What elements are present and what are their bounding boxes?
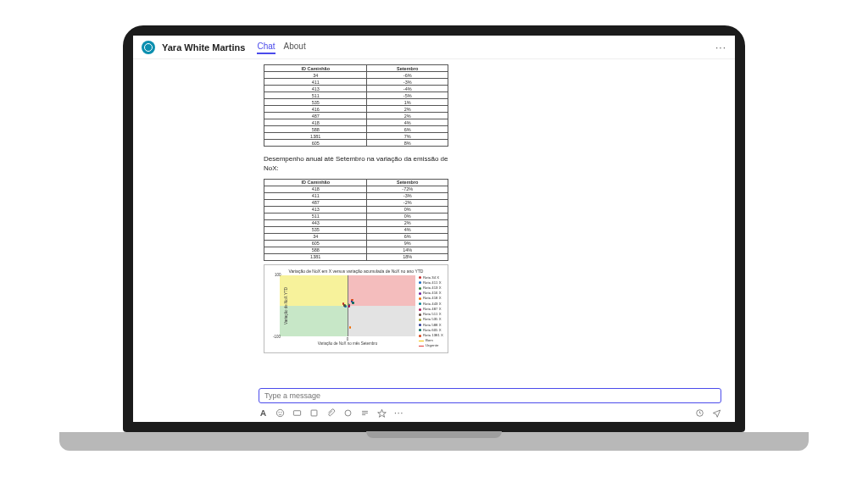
table-cell: 411 <box>264 79 367 86</box>
table-row: 418-72% <box>264 186 448 192</box>
svg-rect-3 <box>293 410 300 415</box>
legend-line-icon <box>419 346 424 347</box>
compose-more-icon[interactable]: ··· <box>394 408 403 418</box>
table-row: 34-6% <box>264 72 448 79</box>
table-cell: 14% <box>367 247 448 253</box>
chart-point <box>352 302 354 304</box>
message-composer: ··· <box>259 388 721 419</box>
table-cell: 2% <box>367 219 448 226</box>
quadrant-chart: Variação de NoX em X versus variação acu… <box>264 264 448 353</box>
table-cell: -72% <box>367 186 448 192</box>
table-row: 511-5% <box>264 92 448 99</box>
actions-icon[interactable] <box>377 408 387 418</box>
header-bar: Yara White Martins Chat About ··· <box>133 36 735 59</box>
table-cell: 6% <box>367 126 448 133</box>
table-cell: 605 <box>264 240 367 247</box>
stream-icon[interactable] <box>360 408 370 418</box>
table-emissions-2: ID Caminhão Setembro 418-72%411-3%487-2%… <box>264 179 448 261</box>
loop-icon[interactable] <box>343 408 353 418</box>
table-row: 6058% <box>264 140 448 147</box>
table-header: Setembro <box>367 179 448 186</box>
table-cell: 487 <box>264 199 367 206</box>
legend-item: Urgente <box>419 343 444 348</box>
legend-line-icon <box>419 341 424 341</box>
table-cell: -6% <box>367 72 448 79</box>
table-cell: 0% <box>367 206 448 213</box>
compose-input[interactable] <box>264 391 715 400</box>
legend-marker-icon <box>419 302 421 305</box>
legend-marker-icon <box>419 281 421 284</box>
bot-name: Yara White Martins <box>162 42 245 53</box>
table-cell: 535 <box>264 99 367 106</box>
table-row: 138118% <box>264 253 448 260</box>
table-cell: 416 <box>264 106 367 113</box>
table-row: 411-3% <box>264 79 448 86</box>
table-row: 4130% <box>264 206 448 213</box>
table-cell: 34 <box>264 233 367 240</box>
chart-point <box>343 304 346 307</box>
table-row: 6059% <box>264 240 448 247</box>
legend-marker-icon <box>419 276 421 279</box>
tab-chat[interactable]: Chat <box>257 40 275 54</box>
table-cell: 1381 <box>264 253 367 260</box>
svg-rect-4 <box>311 410 317 416</box>
table-row: 5886% <box>264 126 448 133</box>
chart-point <box>348 305 350 308</box>
table-cell: 7% <box>367 133 448 140</box>
table-row: 4162% <box>264 106 448 113</box>
app-window: Yara White Martins Chat About ··· ID Cam… <box>133 36 735 422</box>
table-row: 5351% <box>264 99 448 106</box>
legend-marker-icon <box>419 324 421 326</box>
chart-legend: Rota 34 XRota 411 XRota 413 XRota 416 XR… <box>419 275 444 349</box>
table-cell: 0% <box>367 213 448 219</box>
header-more-icon[interactable]: ··· <box>715 42 726 53</box>
table-row: 4872% <box>264 113 448 119</box>
send-icon[interactable] <box>712 408 721 418</box>
table-cell: 411 <box>264 192 367 199</box>
legend-marker-icon <box>419 292 421 295</box>
table-cell: 18% <box>367 253 448 260</box>
compose-input-box[interactable] <box>259 388 721 403</box>
table-cell: 413 <box>264 86 367 92</box>
table-cell: -5% <box>367 92 448 99</box>
emoji-icon[interactable] <box>275 408 285 418</box>
table-header: ID Caminhão <box>264 179 367 186</box>
sticker-icon[interactable] <box>309 408 319 418</box>
table-cell: 34 <box>264 72 367 79</box>
chat-feed: ID Caminhão Setembro 34-6%411-3%413-4%51… <box>133 59 735 385</box>
chart-tick: 100 <box>275 273 281 277</box>
chart-plot-area: 100 -100 0 Variação de NoX YTD <box>280 275 415 336</box>
gif-icon[interactable] <box>292 408 302 418</box>
table-row: 346% <box>264 233 448 240</box>
svg-point-0 <box>276 409 283 416</box>
table-emissions-1: ID Caminhão Setembro 34-6%411-3%413-4%51… <box>264 64 448 147</box>
legend-marker-icon <box>419 297 421 300</box>
table-cell: 2% <box>367 106 448 113</box>
format-icon[interactable] <box>259 408 268 418</box>
table-cell: 1% <box>367 99 448 106</box>
message-card: ID Caminhão Setembro 34-6%411-3%413-4%51… <box>259 59 453 358</box>
legend-label: Urgente <box>426 343 438 348</box>
table-row: 5110% <box>264 213 448 219</box>
chart-title: Variação de NoX em X versus variação acu… <box>268 269 444 274</box>
table-cell: 4% <box>367 119 448 126</box>
table-cell: -3% <box>367 192 448 199</box>
section-title: Desempenho anual até Setembro na variaçã… <box>264 155 448 174</box>
table-cell: 413 <box>264 206 367 213</box>
table-cell: 487 <box>264 113 367 119</box>
schedule-icon[interactable] <box>695 408 704 418</box>
table-cell: 6% <box>367 233 448 240</box>
tab-about[interactable]: About <box>284 40 306 54</box>
legend-marker-icon <box>419 287 421 290</box>
table-cell: 1381 <box>264 133 367 140</box>
table-cell: 418 <box>264 119 367 126</box>
attachment-icon[interactable] <box>326 408 336 418</box>
table-cell: 588 <box>264 126 367 133</box>
table-cell: 4% <box>367 226 448 233</box>
header-tabs: Chat About <box>257 40 305 54</box>
table-row: 413-4% <box>264 86 448 92</box>
table-header: Setembro <box>367 65 448 72</box>
compose-toolbar: ··· <box>259 407 721 419</box>
table-cell: 9% <box>367 240 448 247</box>
bot-avatar-icon <box>142 41 155 54</box>
